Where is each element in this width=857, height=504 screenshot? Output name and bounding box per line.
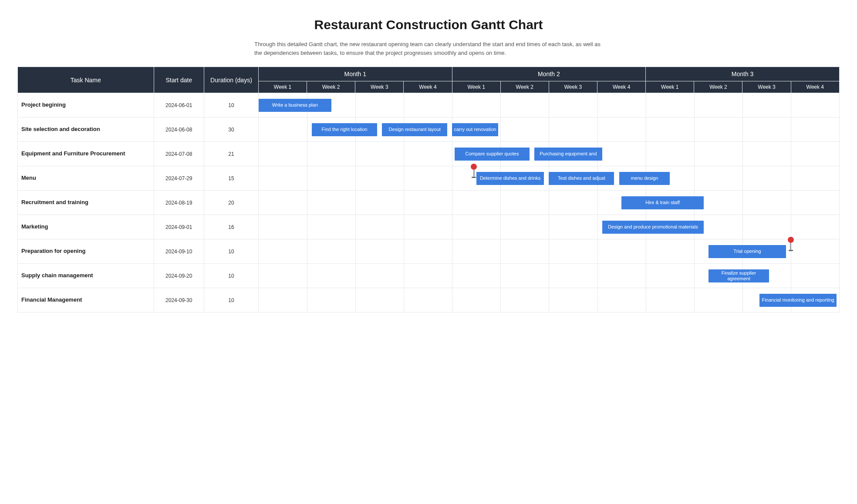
task-timeline-cell: Finalize supplier agreement [258, 264, 839, 288]
gantt-bar[interactable]: Find the right location [312, 123, 377, 136]
gridline [404, 93, 404, 117]
gridline [452, 166, 452, 190]
gridline [791, 191, 791, 215]
task-name-cell: Marketing [18, 215, 154, 239]
task-duration-cell: 21 [204, 142, 258, 166]
task-startdate-cell: 2024-08-19 [154, 191, 204, 215]
page: Restaurant Construction Gantt Chart Thro… [0, 0, 857, 326]
gridline [694, 142, 695, 166]
gridline [742, 191, 743, 215]
bar-container: Find the right locationDesign restaurant… [259, 118, 839, 141]
gridline [597, 288, 598, 312]
task-name-cell: Menu [18, 166, 154, 191]
col-month-2: Month 2 [452, 67, 646, 81]
gridline [452, 191, 452, 215]
table-row: Site selection and decoration2024-06-083… [18, 118, 840, 142]
task-duration-cell: 10 [204, 264, 258, 288]
table-row: Recruitment and training2024-08-1920Hire… [18, 191, 840, 215]
col-duration: Duration (days) [204, 67, 258, 93]
gantt-bar[interactable]: menu design [619, 172, 670, 185]
gridline [452, 142, 452, 166]
gantt-bar[interactable]: carry out renovation [452, 123, 498, 136]
gridline [791, 93, 791, 117]
gridline [694, 239, 695, 263]
gantt-bar[interactable]: Trial opening [709, 245, 786, 258]
gridline [307, 239, 307, 263]
gantt-bar[interactable]: Finalize supplier agreement [709, 269, 769, 282]
gridline [452, 215, 452, 239]
task-startdate-cell: 2024-09-01 [154, 215, 204, 239]
gridline [452, 264, 452, 288]
gantt-bar[interactable]: Design and produce promotional materials [602, 221, 704, 234]
task-timeline-cell: Find the right locationDesign restaurant… [258, 118, 839, 142]
task-startdate-cell: 2024-09-20 [154, 264, 204, 288]
gridline [355, 215, 356, 239]
gridline [452, 239, 452, 263]
gridline [742, 215, 743, 239]
gridline [404, 142, 404, 166]
col-m1-w2: Week 2 [307, 81, 355, 93]
gridline [549, 288, 549, 312]
table-row: Marketing2024-09-0116Design and produce … [18, 215, 840, 239]
task-duration-cell: 30 [204, 118, 258, 142]
chart-title: Restaurant Construction Gantt Chart [17, 17, 840, 32]
gridline [404, 239, 404, 263]
gantt-bar[interactable]: Compare supplier quotes [455, 148, 530, 161]
gridline [742, 93, 743, 117]
gantt-bar[interactable]: Write a business plan [259, 99, 331, 112]
gantt-bar[interactable]: Design restaurant layout [382, 123, 447, 136]
bar-container: Determine dishes and drinksTest dishes a… [259, 166, 839, 190]
gridline [404, 191, 404, 215]
gantt-bar[interactable]: Financial monitoring and reporting [759, 294, 837, 307]
table-row: Preparation for opening2024-09-1010Trial… [18, 239, 840, 264]
gridline [646, 264, 646, 288]
gridline [791, 264, 791, 288]
gridline [597, 191, 598, 215]
task-timeline-cell: Write a business plan [258, 93, 839, 118]
task-duration-cell: 16 [204, 215, 258, 239]
gridline [404, 215, 404, 239]
gridline [355, 239, 356, 263]
pin-icon [470, 164, 477, 178]
gantt-bar[interactable]: Determine dishes and drinks [476, 172, 544, 185]
gridline [355, 93, 356, 117]
task-name-cell: Financial Management [18, 288, 154, 312]
gridline [646, 239, 646, 263]
col-m2-w4: Week 4 [597, 81, 646, 93]
gantt-bar[interactable]: Hire & train staff [621, 196, 704, 209]
gantt-table: Task Name Start date Duration (days) Mon… [17, 67, 840, 312]
task-startdate-cell: 2024-09-10 [154, 239, 204, 264]
gantt-bar[interactable]: Test dishes and adjust [549, 172, 614, 185]
gridline [791, 166, 791, 190]
task-timeline-cell: Financial monitoring and reporting [258, 288, 839, 312]
gridline [549, 215, 549, 239]
gridline [355, 288, 356, 312]
gridline [355, 142, 356, 166]
table-row: Project begining2024-06-0110Write a busi… [18, 93, 840, 118]
task-timeline-cell: Design and produce promotional materials [258, 215, 839, 239]
gantt-body: Project begining2024-06-0110Write a busi… [18, 93, 840, 312]
task-name-cell: Project begining [18, 93, 154, 118]
gridline [549, 118, 549, 141]
gantt-bar[interactable]: Purchasing equipment and [534, 148, 602, 161]
gridline [646, 142, 646, 166]
gridline [307, 118, 307, 141]
task-duration-cell: 20 [204, 191, 258, 215]
col-month-1: Month 1 [258, 67, 452, 81]
gridline [500, 93, 501, 117]
gridline [500, 239, 501, 263]
table-row: Financial Management2024-09-3010Financia… [18, 288, 840, 312]
gridline [549, 191, 549, 215]
gridline [500, 118, 501, 141]
gridline [791, 215, 791, 239]
gridline [500, 191, 501, 215]
gridline [307, 264, 307, 288]
bar-container: Write a business plan [259, 93, 839, 117]
task-name-cell: Equipment and Furniture Procurement [18, 142, 154, 166]
pin-icon [787, 237, 794, 252]
gridline [307, 288, 307, 312]
col-m2-w1: Week 1 [452, 81, 500, 93]
gridline [646, 93, 646, 117]
gridline [597, 264, 598, 288]
col-m3-w2: Week 2 [694, 81, 742, 93]
